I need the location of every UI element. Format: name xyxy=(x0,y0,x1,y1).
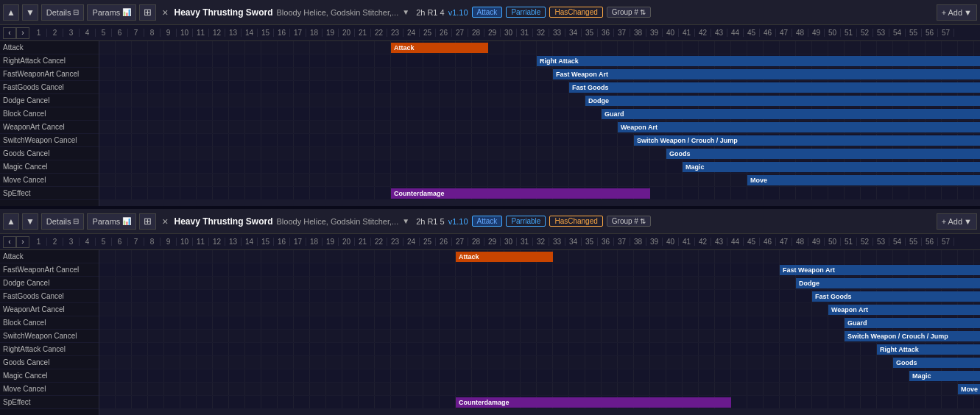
grid-button[interactable]: ⊞ xyxy=(139,213,156,230)
timeline-bar[interactable]: Move xyxy=(747,175,980,185)
frame-number-9: 9 xyxy=(161,238,177,246)
row-label: Attack xyxy=(0,250,99,263)
frame-number-50: 50 xyxy=(825,238,841,246)
up-button[interactable]: ▲ xyxy=(3,4,19,21)
grid-button[interactable]: ⊞ xyxy=(139,4,156,21)
frame-number-8: 8 xyxy=(144,238,161,246)
timeline-bar[interactable]: Dodge xyxy=(796,278,980,288)
frame-number-50: 50 xyxy=(825,29,841,37)
up-button[interactable]: ▲ xyxy=(3,213,19,230)
timeline-bar[interactable]: Fast Weapon Art xyxy=(553,69,980,79)
timeline-bar[interactable]: Magic xyxy=(909,371,980,381)
timeline-bar[interactable]: Attack xyxy=(391,43,488,53)
frame-number-28: 28 xyxy=(468,238,484,246)
prev-button[interactable]: ‹ xyxy=(3,27,16,39)
row-label: RightAttack Cancel xyxy=(0,54,99,68)
timeline-row: Switch Weapon / Crouch / Jump xyxy=(99,330,980,343)
frame-number-33: 33 xyxy=(549,29,565,37)
haschanged-badge[interactable]: HasChanged xyxy=(549,7,602,18)
timeline-row: Dodge xyxy=(99,94,980,107)
frame-number-21: 21 xyxy=(355,238,371,246)
timeline-bar[interactable]: Right Attack xyxy=(877,344,980,355)
frame-number-43: 43 xyxy=(711,238,727,246)
group-badge[interactable]: Group #⇅ xyxy=(607,7,651,18)
params-button[interactable]: Params 📊 xyxy=(87,4,136,21)
down-button[interactable]: ▼ xyxy=(22,213,38,230)
frame-numbers: 1234567891011121314151617181920212223242… xyxy=(31,29,977,37)
timeline-bar[interactable]: Fast Weapon Art xyxy=(780,265,980,275)
timeline-bar[interactable]: Guard xyxy=(602,109,980,119)
details-icon: ⊟ xyxy=(73,217,79,225)
chevron-down-icon[interactable]: ▼ xyxy=(402,8,409,16)
row-label: FastGoods Cancel xyxy=(0,290,99,303)
timeline-bar[interactable]: Goods xyxy=(893,358,980,368)
parriable-badge[interactable]: Parriable xyxy=(506,7,546,18)
group-badge[interactable]: Group #⇅ xyxy=(607,216,651,227)
frame-number-14: 14 xyxy=(242,29,258,37)
timeline-bar[interactable]: Dodge xyxy=(585,96,980,106)
frame-number-5: 5 xyxy=(96,238,112,246)
timeline-bar[interactable]: Fast Goods xyxy=(569,82,980,93)
timeline-bar[interactable]: Fast Goods xyxy=(812,291,980,302)
frame-number-56: 56 xyxy=(922,238,938,246)
add-button[interactable]: + Add▼ xyxy=(937,4,977,21)
params-button[interactable]: Params 📊 xyxy=(87,213,136,230)
timeline-bar[interactable]: Move xyxy=(958,384,980,394)
row-label: FastGoods Cancel xyxy=(0,81,99,94)
attack-badge[interactable]: Attack xyxy=(472,216,503,227)
down-button[interactable]: ▼ xyxy=(22,4,38,21)
frame-number-30: 30 xyxy=(501,29,517,37)
row-label: Block Cancel xyxy=(0,316,99,330)
weapon-name: Heavy Thrusting Sword xyxy=(175,7,273,18)
chevron-down-icon[interactable]: ▼ xyxy=(402,217,409,225)
weapon-name: Heavy Thrusting Sword xyxy=(175,216,273,227)
timeline-bar[interactable]: Counterdamage xyxy=(456,397,731,408)
frame-number-5: 5 xyxy=(96,29,112,37)
frame-info: 2h R1 4 xyxy=(416,8,445,17)
add-dropdown-icon: ▼ xyxy=(964,8,972,17)
frame-number-32: 32 xyxy=(533,29,549,37)
timeline-bar[interactable]: Switch Weapon / Crouch / Jump xyxy=(845,331,980,341)
frame-number-1: 1 xyxy=(31,29,47,37)
sort-icon: ⇅ xyxy=(640,217,646,225)
frame-number-49: 49 xyxy=(808,29,825,37)
add-button[interactable]: + Add▼ xyxy=(937,213,977,230)
attack-badge[interactable]: Attack xyxy=(472,7,503,18)
details-button[interactable]: Details ⊟ xyxy=(41,4,85,21)
frame-number-6: 6 xyxy=(112,29,128,37)
haschanged-badge[interactable]: HasChanged xyxy=(549,216,602,227)
timeline-row: Attack xyxy=(99,41,980,54)
timeline-bar[interactable]: Switch Weapon / Crouch / Jump xyxy=(634,135,980,146)
details-button[interactable]: Details ⊟ xyxy=(41,213,85,230)
frame-number-1: 1 xyxy=(31,238,47,246)
timeline-bar[interactable]: Right Attack xyxy=(537,56,980,66)
timeline-bar[interactable]: Counterdamage xyxy=(391,188,650,199)
close-button[interactable]: × xyxy=(159,213,171,230)
timeline-bar[interactable]: Attack xyxy=(456,252,553,262)
frame-number-57: 57 xyxy=(938,238,954,246)
next-button[interactable]: › xyxy=(16,236,29,248)
timeline-area: AttackFast Weapon ArtDodgeFast GoodsWeap… xyxy=(99,250,980,415)
close-button[interactable]: × xyxy=(159,4,171,21)
row-labels: AttackRightAttack CancelFastWeaponArt Ca… xyxy=(0,41,99,206)
timeline-row: Goods xyxy=(99,147,980,160)
panel-1: ▲▼Details ⊟Params 📊⊞×Heavy Thrusting Swo… xyxy=(0,0,980,206)
frame-number-38: 38 xyxy=(630,238,646,246)
timeline-row: Counterdamage xyxy=(99,187,980,200)
row-label: FastWeaponArt Cancel xyxy=(0,263,99,277)
frame-number-31: 31 xyxy=(517,238,533,246)
timeline-bar[interactable]: Magic xyxy=(683,162,980,172)
frame-number-34: 34 xyxy=(565,238,582,246)
add-label: + Add xyxy=(942,217,962,226)
timeline-bar[interactable]: Weapon Art xyxy=(828,305,980,315)
timeline-bar[interactable]: Guard xyxy=(845,318,980,328)
next-button[interactable]: › xyxy=(16,27,29,39)
timeline-row: Counterdamage xyxy=(99,396,980,409)
timeline-bar[interactable]: Weapon Art xyxy=(618,122,980,132)
frame-number-11: 11 xyxy=(193,29,209,37)
row-label: Dodge Cancel xyxy=(0,277,99,290)
prev-button[interactable]: ‹ xyxy=(3,236,16,248)
timeline-bar[interactable]: Goods xyxy=(666,149,980,159)
parriable-badge[interactable]: Parriable xyxy=(506,216,546,227)
group-label: Group # xyxy=(612,217,638,225)
